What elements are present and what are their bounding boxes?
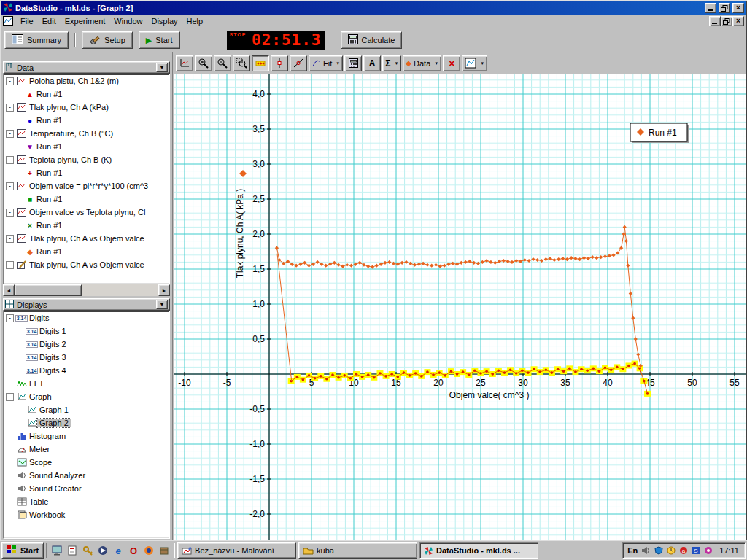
tray-volume-icon[interactable]: [640, 545, 651, 556]
display-item-fft[interactable]: FFT: [4, 377, 169, 390]
expand-toggle-icon[interactable]: -: [6, 130, 14, 138]
display-item-graph-1[interactable]: Graph 1: [4, 403, 169, 416]
child-restore-button[interactable]: [721, 16, 732, 26]
fit-menu-button[interactable]: Fit▼: [309, 55, 343, 71]
run-item[interactable]: +Run #1: [4, 166, 169, 179]
run-item[interactable]: ●Run #1: [4, 114, 169, 127]
quicklaunch-document-icon[interactable]: [65, 543, 80, 558]
calculate-button[interactable]: Calculate: [341, 31, 403, 49]
display-item-digits-2[interactable]: 3.14Digits 2: [4, 338, 169, 351]
child-close-button[interactable]: ×: [732, 16, 744, 26]
tray-magenta-badge-icon[interactable]: [703, 545, 713, 556]
display-item-workbook[interactable]: Workbook: [4, 508, 169, 521]
graph-settings-button[interactable]: ▼: [462, 55, 487, 71]
quicklaunch-package-icon[interactable]: [157, 543, 171, 558]
smart-tool-button[interactable]: [271, 55, 288, 71]
start-experiment-button[interactable]: ▶ Start: [139, 31, 180, 49]
tray-red-badge-icon[interactable]: a: [678, 545, 689, 556]
statistics-button[interactable]: Σ▼: [382, 55, 401, 71]
display-item-digits-1[interactable]: 3.14Digits 1: [4, 324, 169, 338]
run-item[interactable]: ■Run #1: [4, 192, 169, 206]
display-item-graph[interactable]: -Graph: [4, 390, 169, 403]
quicklaunch-internet-icon[interactable]: e: [111, 543, 125, 558]
scroll-left-arrow[interactable]: ◄: [3, 284, 15, 296]
close-button[interactable]: ×: [732, 3, 744, 13]
zoom-in-button[interactable]: [195, 55, 212, 71]
data-source-item[interactable]: -Objem valce vs Teplota plynu, Cl: [4, 206, 169, 219]
run-item[interactable]: ×Run #1: [4, 219, 169, 232]
text-annotation-button[interactable]: A: [363, 55, 381, 71]
menu-file[interactable]: File: [16, 15, 38, 27]
expand-toggle-icon[interactable]: -: [6, 393, 14, 401]
menu-display[interactable]: Display: [147, 15, 182, 27]
data-panel-dropdown-arrow[interactable]: ▼: [156, 63, 168, 72]
expand-toggle-icon[interactable]: -: [6, 104, 14, 112]
data-highlight-button[interactable]: [252, 55, 269, 71]
zoom-select-button[interactable]: [233, 55, 250, 71]
tray-blue-badge-icon[interactable]: S: [690, 545, 701, 556]
child-minimize-button[interactable]: [709, 16, 721, 26]
task-button-folder[interactable]: kuba: [298, 542, 417, 559]
scroll-right-arrow[interactable]: ►: [158, 284, 170, 296]
data-source-item[interactable]: -Teplota plynu, Ch B (K): [4, 153, 169, 166]
slope-tool-button[interactable]: [290, 55, 307, 71]
scale-to-fit-button[interactable]: [176, 55, 193, 71]
language-indicator[interactable]: En: [627, 546, 638, 555]
menu-experiment[interactable]: Experiment: [61, 15, 110, 27]
tray-scheduler-icon[interactable]: [665, 545, 676, 556]
display-item-table[interactable]: Table: [4, 495, 169, 508]
menu-edit[interactable]: Edit: [38, 15, 61, 27]
summary-button[interactable]: Summary: [4, 31, 69, 49]
display-item-digits-3[interactable]: 3.14Digits 3: [4, 351, 169, 364]
quicklaunch-keys-icon[interactable]: [80, 543, 95, 558]
data-source-item[interactable]: -Tlak plynu, Ch A vs Objem valce: [4, 232, 169, 245]
display-item-sound-creator[interactable]: Sound Creator: [4, 482, 169, 495]
expand-toggle-icon[interactable]: -: [6, 314, 14, 322]
start-menu-button[interactable]: Start: [1, 542, 44, 559]
displays-panel-header[interactable]: Displays ▼: [3, 298, 170, 311]
display-item-sound-analyzer[interactable]: Sound Analyzer: [4, 469, 169, 482]
run-item[interactable]: ▼Run #1: [4, 140, 169, 153]
task-button-paint[interactable]: Bez_názvu - Malování: [177, 542, 296, 559]
calculate-tool-button[interactable]: [344, 55, 362, 71]
minimize-button[interactable]: [705, 3, 716, 13]
task-button-datastudio[interactable]: DataStudio - mkl.ds ...: [419, 542, 538, 559]
quicklaunch-desktop-icon[interactable]: [50, 543, 64, 558]
expand-toggle-icon[interactable]: -: [6, 182, 14, 190]
displays-panel-dropdown-arrow[interactable]: ▼: [156, 300, 168, 309]
display-item-graph-2[interactable]: Graph 2: [4, 416, 169, 429]
data-source-item[interactable]: -Poloha pistu, Ch 1&2 (m): [4, 74, 169, 88]
data-source-item[interactable]: -Tlak plynu, Ch A vs Objem valce: [4, 258, 169, 271]
quicklaunch-firefox-icon[interactable]: [142, 543, 156, 558]
tray-shield-icon[interactable]: [653, 545, 664, 556]
data-menu-button[interactable]: ◆Data▼: [403, 55, 441, 71]
display-item-histogram[interactable]: Histogram: [4, 429, 169, 443]
run-item[interactable]: ▲Run #1: [4, 88, 169, 101]
remove-button[interactable]: ×: [443, 55, 460, 71]
diamond-orange-marker-icon: ◆: [26, 248, 34, 256]
run-item[interactable]: ◆Run #1: [4, 245, 169, 258]
display-item-meter[interactable]: Meter: [4, 443, 169, 456]
display-item-digits[interactable]: -3.14Digits: [4, 311, 169, 324]
zoom-out-button[interactable]: [214, 55, 231, 71]
menu-help[interactable]: Help: [182, 15, 208, 27]
setup-button[interactable]: Setup: [82, 31, 133, 49]
expand-toggle-icon[interactable]: -: [6, 156, 14, 164]
expand-toggle-icon[interactable]: -: [6, 261, 14, 269]
scroll-thumb[interactable]: [15, 284, 82, 296]
expand-toggle-icon[interactable]: -: [6, 209, 14, 217]
display-item-digits-4[interactable]: 3.14Digits 4: [4, 364, 169, 377]
quicklaunch-opera-icon[interactable]: O: [126, 543, 141, 558]
data-source-item[interactable]: -Tlak plynu, Ch A (kPa): [4, 101, 169, 114]
data-source-item[interactable]: -Objem valce = pi*r*r*y*100 (cm^3: [4, 179, 169, 192]
restore-button[interactable]: [719, 3, 730, 13]
quicklaunch-media-player-icon[interactable]: [96, 543, 110, 558]
expand-toggle-icon[interactable]: -: [6, 235, 14, 243]
display-item-scope[interactable]: Scope: [4, 456, 169, 469]
data-source-item[interactable]: -Temperature, Ch B (°C): [4, 127, 169, 140]
data-source-icon: [16, 155, 27, 164]
data-panel-header[interactable]: Data ▼: [3, 61, 170, 74]
expand-toggle-icon[interactable]: -: [6, 77, 14, 85]
plot-area[interactable]: -10-5510152025303540455055-2,0-1,5-1,0-0…: [174, 74, 746, 540]
menu-window[interactable]: Window: [109, 15, 147, 27]
